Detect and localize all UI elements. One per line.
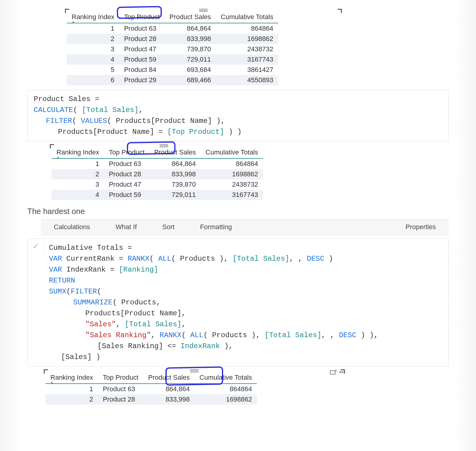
commit-check-icon[interactable]: ✓ — [28, 239, 44, 254]
table-row[interactable]: 2Product 28833,9981698862 — [67, 34, 278, 44]
col-cumulative-totals[interactable]: Cumulative Totals — [201, 146, 263, 158]
tab-formatting[interactable]: Formatting — [187, 219, 393, 235]
col-product-sales[interactable]: Product Sales — [165, 11, 216, 23]
table-row[interactable]: 6Product 29689,4664550893 — [67, 75, 278, 85]
drag-handle-icon[interactable] — [160, 144, 168, 147]
focus-mode-icon[interactable] — [330, 370, 335, 375]
table-visual-1[interactable]: Ranking Index Top Product Product Sales … — [67, 11, 340, 85]
table-row[interactable]: 1Product 63864,864864864 — [52, 158, 263, 169]
col-ranking-index[interactable]: Ranking Index — [46, 371, 98, 384]
table-visual-2[interactable]: Ranking Index Top Product Product Sales … — [52, 146, 276, 200]
drag-handle-icon[interactable] — [190, 369, 199, 372]
formula-bar-product-sales[interactable]: Product Sales = CALCULATE( [Total Sales]… — [27, 90, 449, 141]
col-cumulative-totals[interactable]: Cumulative Totals — [216, 11, 278, 23]
formula-bar-cumulative-totals[interactable]: ✓ Cumulative Totals = VAR CurrentRank = … — [27, 239, 449, 367]
tab-what-if[interactable]: What If — [103, 219, 150, 235]
table-row[interactable]: 4Product 59729,0113167743 — [67, 54, 278, 65]
tab-calculations[interactable]: Calculations — [41, 219, 103, 235]
col-top-product[interactable]: Top Product — [119, 11, 165, 23]
table-row[interactable]: 2Product 28833,9981698862 — [46, 394, 257, 405]
tab-sort[interactable]: Sort — [150, 219, 187, 235]
ranking-table: Ranking Index Top Product Product Sales … — [67, 11, 278, 85]
col-ranking-index[interactable]: Ranking Index — [52, 146, 104, 158]
table-row[interactable]: 1Product 63864,864864864 — [67, 23, 278, 34]
col-top-product[interactable]: Top Product — [98, 371, 143, 384]
visual-toolbar: ••• — [330, 369, 345, 376]
table-visual-3[interactable]: ••• Ranking Index Top Product Product Sa… — [46, 371, 343, 405]
section-heading: The hardest one — [27, 207, 449, 216]
table-row[interactable]: 2Product 28833,9981698862 — [52, 169, 263, 179]
ribbon-tabs: Calculations What If Sort Formatting Pro… — [41, 219, 449, 235]
col-ranking-index[interactable]: Ranking Index — [67, 11, 119, 23]
col-top-product[interactable]: Top Product — [104, 146, 149, 158]
table-row[interactable]: 1Product 63864,864864864 — [46, 384, 257, 394]
table-row[interactable]: 5Product 84693,6843861427 — [67, 65, 278, 75]
table-row[interactable]: 3Product 47739,8702438732 — [67, 44, 278, 54]
formula-text: Product Sales = — [34, 95, 99, 103]
drag-handle-icon[interactable] — [199, 9, 208, 12]
ranking-table: Ranking Index Top Product Product Sales … — [46, 371, 257, 405]
col-product-sales[interactable]: Product Sales — [149, 146, 201, 158]
table-row[interactable]: 3Product 47739,8702438732 — [52, 179, 263, 190]
resize-handle-tr-icon[interactable] — [338, 9, 342, 13]
col-cumulative-totals[interactable]: Cumulative Totals — [195, 371, 257, 384]
col-product-sales[interactable]: Product Sales — [143, 371, 195, 384]
table-row[interactable]: 4Product 59729,0113167743 — [52, 190, 263, 200]
tab-properties[interactable]: Properties — [393, 219, 449, 235]
ranking-table: Ranking Index Top Product Product Sales … — [52, 146, 263, 200]
more-options-icon[interactable]: ••• — [339, 369, 345, 376]
